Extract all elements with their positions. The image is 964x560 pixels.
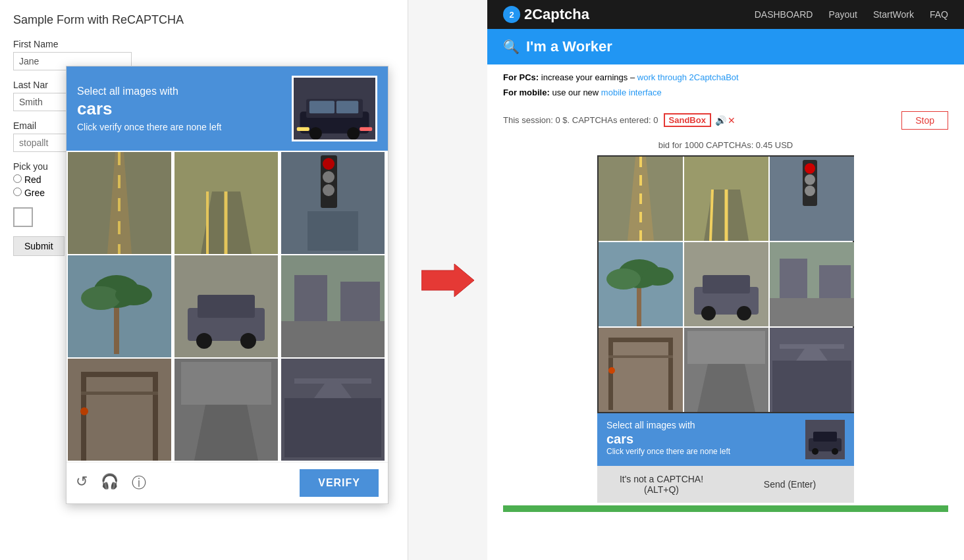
not-captcha-button[interactable]: It's not a CAPTCHA! (ALT+Q) [597,466,726,503]
mute-icon[interactable]: ✕ [728,115,736,126]
svg-point-102 [832,448,838,455]
mobile-interface-link[interactable]: mobile interface [601,88,662,97]
preview-svg [294,77,375,140]
right-cell-8[interactable] [684,328,768,412]
cell-2-svg [174,152,278,254]
svg-point-74 [606,268,641,290]
radio-red[interactable] [13,174,22,183]
nav-startwork[interactable]: StartWork [873,9,914,20]
pc-label: For PCs: [503,72,539,82]
verify-button[interactable]: VERIFY [300,469,379,497]
right-captcha-grid [597,155,854,413]
rcell-2-svg [684,157,768,241]
rcell-4-svg [599,242,683,326]
mini-footer-click: Click verify once there are none left [606,447,797,456]
refresh-icon[interactable]: ↺ [76,473,88,493]
captcha-cell-6[interactable] [281,255,385,357]
nav-faq[interactable]: FAQ [930,9,948,20]
svg-rect-82 [770,298,854,326]
svg-rect-7 [309,101,335,114]
svg-rect-36 [174,255,278,357]
svg-rect-24 [281,152,385,254]
form-title: Sample Form with ReCAPTCHA [13,13,394,27]
nav-payout[interactable]: Payout [828,9,857,20]
top-nav: 2 2Captcha DASHBOARD Payout StartWork FA… [487,0,964,29]
captcha-grid [67,151,388,462]
captcha-header-text: Select all images with cars Click verify… [77,86,281,132]
worker-banner-text: I'm a Worker [526,38,612,55]
left-panel: Sample Form with ReCAPTCHA First Name La… [0,0,408,560]
cell-7-svg [68,359,171,461]
session-row: This session: 0 $. CAPTCHAs entered: 0 S… [487,106,964,135]
mini-footer-cars: cars [606,432,797,447]
right-cell-6[interactable] [770,242,854,326]
captcha-cars-text: cars [77,99,281,119]
svg-point-80 [737,306,751,320]
logo-circle: 2 [503,6,520,23]
captcha-cell-4[interactable] [68,255,171,357]
bid-info: bid for 1000 CAPTCHAs: 0.45 USD [487,140,964,150]
nav-dashboard[interactable]: DASHBOARD [755,9,813,20]
right-panel: 2 2Captcha DASHBOARD Payout StartWork FA… [487,0,964,560]
captcha-cell-8[interactable] [174,359,278,461]
right-cell-5[interactable] [684,242,768,326]
right-cell-9[interactable] [770,328,854,412]
arrow-section [408,0,487,560]
pc-bot-link[interactable]: work through 2CaptchaBot [637,72,739,82]
svg-rect-57 [281,359,385,461]
nav-links: DASHBOARD Payout StartWork FAQ [755,9,948,20]
svg-rect-48 [68,359,171,461]
worker-banner: 🔍 I'm a Worker [487,29,964,64]
captcha-select-text: Select all images with [77,86,281,97]
sound-icon[interactable]: 🔊 [715,115,726,126]
rcell-5-svg [684,242,768,326]
checkbox-area[interactable] [13,207,33,227]
captcha-cell-1[interactable] [68,152,171,254]
audio-icon[interactable]: 🎧 [101,473,119,493]
svg-rect-83 [780,259,807,298]
svg-rect-95 [772,361,851,412]
svg-rect-5 [297,128,309,132]
right-cell-2[interactable] [684,157,768,241]
pc-link-row: For PCs: increase your earnings – work t… [503,70,948,85]
rcell-9-svg [770,328,854,412]
svg-point-68 [805,163,815,174]
bottom-bar: It's not a CAPTCHA! (ALT+Q) Send (Enter) [597,466,854,503]
right-captcha-container: Select all images with cars Click verify… [487,155,964,512]
svg-point-70 [805,186,815,196]
svg-rect-8 [336,101,358,114]
submit-button[interactable]: Submit [13,236,65,256]
sandbox-badge[interactable]: SandBox [664,113,711,127]
captcha-cell-3[interactable] [281,152,385,254]
mini-footer-title: Select all images with [606,420,797,430]
send-button[interactable]: Send (Enter) [726,466,854,503]
cell-1-svg [68,152,171,254]
cell-5-svg [174,255,278,357]
mini-footer-text: Select all images with cars Click verify… [606,420,797,456]
logo: 2 2Captcha [503,6,589,23]
right-cell-4[interactable] [599,242,683,326]
svg-rect-30 [68,255,171,357]
right-cell-3[interactable] [770,157,854,241]
pc-mobile-links: For PCs: increase your earnings – work t… [487,64,964,106]
rcell-8-svg [684,328,768,412]
svg-rect-41 [281,255,385,357]
svg-rect-17 [174,152,278,254]
radio-green[interactable] [13,188,22,196]
info-icon[interactable]: ⓘ [132,473,146,493]
cell-8-svg [174,359,278,461]
right-cell-1[interactable] [599,157,683,241]
right-cell-7[interactable] [599,328,683,412]
svg-rect-6 [360,128,372,132]
svg-point-4 [347,128,360,140]
worker-icon: 🔍 [503,39,520,55]
captcha-cell-5[interactable] [174,255,278,357]
cell-6-svg [281,255,385,357]
captcha-cell-7[interactable] [68,359,171,461]
captcha-cell-9[interactable] [281,359,385,461]
pc-text: increase your earnings – [541,72,637,82]
rcell-7-svg [599,328,683,412]
captcha-cell-2[interactable] [174,152,278,254]
captcha-footer: ↺ 🎧 ⓘ VERIFY [67,462,388,503]
stop-button[interactable]: Stop [901,111,948,130]
